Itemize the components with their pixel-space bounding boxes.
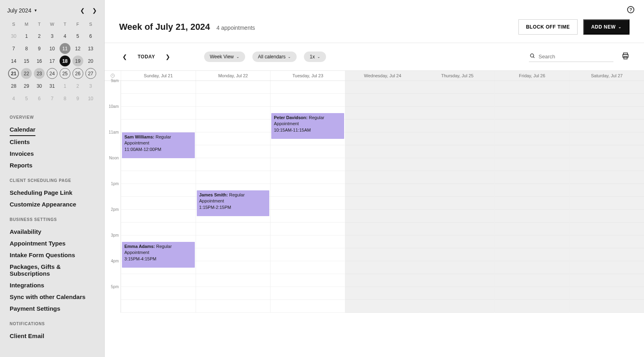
month-label: July 2024 [7, 7, 31, 14]
mini-cal-day[interactable]: 24 [47, 68, 58, 79]
day-header: Wednesday, Jul 24 [345, 71, 420, 80]
mini-cal-day[interactable]: 9 [72, 93, 83, 104]
sidebar-item-scheduling-page-link[interactable]: Scheduling Page Link [10, 187, 95, 198]
mini-cal-day[interactable]: 27 [85, 68, 96, 79]
mini-cal-day[interactable]: 31 [47, 80, 58, 91]
mini-cal-day[interactable]: 30 [34, 80, 45, 91]
mini-cal-dow: M [20, 19, 33, 29]
mini-cal-day[interactable]: 21 [8, 68, 19, 79]
mini-cal-day[interactable]: 12 [72, 43, 83, 54]
chevron-down-icon: ⌄ [618, 25, 622, 29]
mini-cal-day[interactable]: 22 [21, 68, 32, 79]
mini-cal-day[interactable]: 11 [60, 43, 70, 54]
time-label: 4pm [105, 261, 121, 274]
mini-cal-dow: S [7, 19, 20, 29]
sidebar-item-clients[interactable]: Clients [10, 136, 95, 148]
sidebar-item-customize-appearance[interactable]: Customize Appearance [10, 198, 95, 210]
mini-cal-day[interactable]: 9 [34, 43, 45, 54]
mini-cal-day[interactable]: 13 [85, 43, 96, 54]
mini-cal-day[interactable]: 2 [34, 31, 45, 41]
search-field[interactable] [529, 52, 613, 62]
sidebar-item-sync-with-other-calendars[interactable]: Sync with other Calendars [10, 291, 95, 303]
month-picker[interactable]: July 2024 ▼ [7, 7, 37, 14]
add-new-button[interactable]: ADD NEW ⌄ [583, 19, 630, 35]
prev-month-button[interactable]: ❮ [80, 7, 85, 14]
day-column[interactable] [345, 81, 420, 313]
prev-week-button[interactable]: ❮ [119, 51, 130, 62]
event-time: 11:00AM-12:00PM [124, 147, 192, 153]
mini-cal-day[interactable]: 10 [47, 43, 58, 54]
time-label: 1pm [105, 184, 121, 197]
mini-cal-day[interactable]: 17 [47, 56, 58, 66]
mini-cal-dow: T [58, 19, 71, 29]
day-column[interactable]: Peter Davidson: Regular Appointment10:15… [270, 81, 345, 313]
mini-cal-day[interactable]: 5 [21, 93, 32, 104]
day-column[interactable]: James Smith: Regular Appointment1:15PM-2… [196, 81, 270, 313]
mini-cal-day[interactable]: 1 [21, 31, 32, 41]
sidebar-item-calendar[interactable]: Calendar [10, 124, 35, 136]
mini-cal-day[interactable]: 25 [60, 68, 70, 79]
search-input[interactable] [539, 54, 613, 60]
mini-cal-day[interactable]: 7 [47, 93, 58, 104]
main: ? Week of July 21, 2024 4 appointments B… [105, 0, 644, 357]
help-icon[interactable]: ? [627, 6, 634, 13]
mini-cal-day[interactable]: 3 [47, 31, 58, 41]
mini-cal-day[interactable]: 6 [34, 93, 45, 104]
sidebar: July 2024 ▼ ❮ ❯ SMTWTFS30123456789101112… [0, 0, 105, 357]
calendar-event[interactable]: Emma Adams: Regular Appointment3:15PM-4:… [122, 242, 195, 268]
calendar-picker[interactable]: All calendars ⌄ [252, 52, 297, 62]
mini-cal-day[interactable]: 3 [85, 80, 96, 91]
svg-line-1 [533, 57, 535, 58]
mini-cal-day[interactable]: 2 [72, 80, 83, 91]
day-column[interactable] [569, 81, 644, 313]
mini-cal-day[interactable]: 4 [60, 31, 70, 41]
sidebar-item-integrations[interactable]: Integrations [10, 279, 95, 291]
day-header: Tuesday, Jul 23 [270, 71, 345, 80]
mini-cal-day[interactable]: 15 [21, 56, 32, 66]
zoom-picker[interactable]: 1x ⌄ [304, 52, 326, 62]
view-picker[interactable]: Week View ⌄ [204, 52, 245, 62]
calendar-grid: Sunday, Jul 21Monday, Jul 22Tuesday, Jul… [105, 70, 644, 357]
day-column[interactable] [495, 81, 570, 313]
next-month-button[interactable]: ❯ [92, 7, 97, 14]
mini-cal-day[interactable]: 23 [34, 68, 45, 79]
mini-cal-day[interactable]: 14 [8, 56, 19, 66]
mini-cal-day[interactable]: 18 [60, 56, 70, 66]
mini-cal-day[interactable]: 29 [21, 80, 32, 91]
mini-cal-dow: W [46, 19, 59, 29]
nav-heading: CLIENT SCHEDULING PAGE [10, 178, 95, 183]
print-icon[interactable] [621, 52, 630, 62]
sidebar-item-reports[interactable]: Reports [10, 159, 95, 171]
mini-cal-day[interactable]: 30 [8, 31, 19, 41]
calendar-event[interactable]: James Smith: Regular Appointment1:15PM-2… [197, 190, 270, 216]
mini-cal-day[interactable]: 7 [8, 43, 19, 54]
day-header: Thursday, Jul 25 [420, 71, 495, 80]
mini-cal-day[interactable]: 26 [72, 68, 83, 79]
sidebar-item-availability[interactable]: Availability [10, 226, 95, 237]
today-button[interactable]: TODAY [138, 54, 155, 60]
mini-cal-day[interactable]: 8 [21, 43, 32, 54]
mini-cal-day[interactable]: 6 [85, 31, 96, 41]
calendar-event[interactable]: Sam Williams: Regular Appointment11:00AM… [122, 132, 195, 158]
mini-cal-day[interactable]: 19 [72, 56, 83, 66]
sidebar-item-appointment-types[interactable]: Appointment Types [10, 237, 95, 249]
mini-cal-day[interactable]: 5 [72, 31, 83, 41]
mini-cal-day[interactable]: 20 [85, 56, 96, 66]
mini-cal-day[interactable]: 8 [60, 93, 70, 104]
sidebar-item-invoices[interactable]: Invoices [10, 148, 95, 159]
sidebar-item-payment-settings[interactable]: Payment Settings [10, 303, 95, 314]
sidebar-item-client-email[interactable]: Client Email [10, 330, 95, 342]
sidebar-item-packages-gifts-subscriptions[interactable]: Packages, Gifts & Subscriptions [10, 261, 95, 279]
mini-cal-day[interactable]: 10 [85, 93, 96, 104]
mini-cal-day[interactable]: 1 [60, 80, 70, 91]
mini-cal-day[interactable]: 4 [8, 93, 19, 104]
sidebar-item-intake-form-questions[interactable]: Intake Form Questions [10, 249, 95, 261]
calendar-event[interactable]: Peter Davidson: Regular Appointment10:15… [271, 113, 344, 139]
day-column[interactable] [420, 81, 495, 313]
event-client: James Smith: [199, 192, 229, 197]
next-week-button[interactable]: ❯ [162, 51, 173, 62]
day-column[interactable]: Sam Williams: Regular Appointment11:00AM… [121, 81, 196, 313]
mini-cal-day[interactable]: 28 [8, 80, 19, 91]
mini-cal-day[interactable]: 16 [34, 56, 45, 66]
block-off-time-button[interactable]: BLOCK OFF TIME [518, 19, 578, 35]
